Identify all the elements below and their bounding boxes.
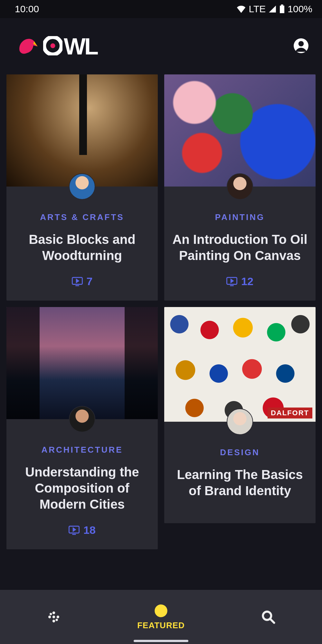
course-category: DESIGN bbox=[220, 447, 260, 457]
instructor-avatar[interactable] bbox=[227, 409, 253, 435]
svg-point-19 bbox=[52, 620, 55, 622]
course-card[interactable]: DESIGN Learning The Basics of Brand Iden… bbox=[164, 307, 316, 523]
svg-point-5 bbox=[298, 41, 304, 46]
video-icon bbox=[72, 276, 83, 287]
svg-marker-7 bbox=[76, 279, 79, 282]
instructor-avatar[interactable] bbox=[69, 173, 95, 200]
course-card[interactable]: ARTS & CRAFTS Basic Blocks and Woodturni… bbox=[6, 74, 158, 301]
cellular-icon bbox=[268, 5, 277, 13]
logo-text: WL bbox=[64, 35, 97, 58]
svg-point-23 bbox=[159, 609, 163, 612]
svg-line-25 bbox=[271, 619, 274, 623]
nav-search[interactable] bbox=[215, 590, 322, 644]
course-title: Learning The Basics of Brand Identity bbox=[172, 466, 308, 499]
svg-point-20 bbox=[50, 613, 52, 615]
lesson-count-value: 18 bbox=[83, 524, 96, 536]
video-icon bbox=[69, 525, 80, 536]
lesson-count-value: 7 bbox=[87, 275, 93, 288]
status-network: LTE bbox=[249, 4, 266, 14]
lesson-count-value: 12 bbox=[241, 275, 253, 288]
course-title: An Introduction To Oil Painting On Canva… bbox=[172, 231, 308, 264]
svg-point-17 bbox=[52, 616, 55, 618]
svg-rect-0 bbox=[280, 6, 284, 13]
svg-marker-10 bbox=[73, 528, 75, 531]
grid-col-right: PAINTING An Introduction To Oil Painting… bbox=[164, 74, 316, 590]
course-title: Understanding the Composition of Modern … bbox=[14, 464, 150, 512]
svg-point-21 bbox=[55, 619, 58, 621]
target-icon bbox=[154, 604, 168, 618]
course-thumbnail bbox=[6, 307, 158, 419]
search-icon bbox=[261, 610, 275, 624]
course-category: ARCHITECTURE bbox=[41, 445, 123, 455]
svg-rect-1 bbox=[281, 5, 283, 6]
home-indicator[interactable] bbox=[134, 640, 188, 642]
grid-dots-icon bbox=[47, 610, 61, 624]
status-bar: 10:00 LTE 100% bbox=[0, 0, 322, 18]
grid-col-left: ARTS & CRAFTS Basic Blocks and Woodturni… bbox=[6, 74, 158, 590]
status-battery: 100% bbox=[288, 4, 312, 14]
course-card[interactable]: ARCHITECTURE Understanding the Compositi… bbox=[6, 307, 158, 549]
course-title: Basic Blocks and Woodturning bbox=[14, 231, 150, 264]
wifi-icon bbox=[236, 5, 246, 13]
course-thumbnail bbox=[164, 74, 316, 187]
course-thumbnail bbox=[6, 74, 158, 187]
instructor-avatar[interactable] bbox=[69, 406, 95, 432]
course-category: PAINTING bbox=[215, 212, 265, 222]
app-header: WL bbox=[0, 18, 322, 74]
profile-button[interactable] bbox=[293, 38, 309, 55]
course-grid: ARTS & CRAFTS Basic Blocks and Woodturni… bbox=[0, 74, 322, 590]
lesson-count: 7 bbox=[72, 275, 93, 288]
status-right: LTE 100% bbox=[236, 4, 312, 14]
svg-point-16 bbox=[48, 616, 51, 618]
video-icon bbox=[226, 276, 237, 287]
instructor-avatar[interactable] bbox=[227, 173, 253, 200]
svg-point-3 bbox=[51, 43, 55, 48]
logo-o-icon bbox=[43, 36, 62, 57]
nav-featured[interactable]: FEATURED bbox=[107, 590, 214, 644]
lesson-count: 12 bbox=[226, 275, 253, 288]
battery-icon bbox=[279, 5, 285, 14]
svg-point-15 bbox=[52, 611, 55, 614]
owl-logo-icon bbox=[16, 34, 42, 59]
lesson-count: 18 bbox=[69, 524, 96, 536]
course-card[interactable]: PAINTING An Introduction To Oil Painting… bbox=[164, 74, 316, 301]
nav-featured-label: FEATURED bbox=[137, 620, 185, 630]
course-category: ARTS & CRAFTS bbox=[40, 212, 124, 222]
status-time: 10:00 bbox=[15, 4, 39, 14]
svg-point-18 bbox=[56, 616, 59, 618]
svg-marker-13 bbox=[231, 279, 233, 282]
course-thumbnail bbox=[164, 307, 316, 422]
nav-browse[interactable] bbox=[0, 590, 107, 644]
bottom-nav: FEATURED bbox=[0, 590, 322, 644]
app-logo[interactable]: WL bbox=[16, 34, 97, 59]
